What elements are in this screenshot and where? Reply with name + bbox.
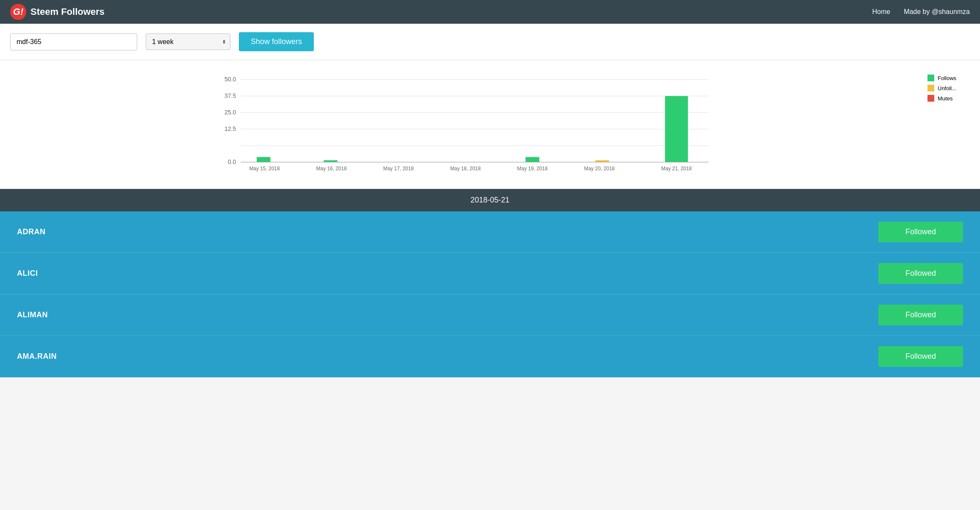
chart-area: 50.0 37.5 25.0 12.5 0.0 May 15, 2018 May… — [0, 60, 980, 189]
legend-follows: Follows — [927, 75, 970, 81]
username-input[interactable] — [10, 33, 137, 50]
logo-area: G! Steem Followers — [10, 4, 872, 20]
chart-container: 50.0 37.5 25.0 12.5 0.0 May 15, 2018 May… — [10, 70, 970, 182]
follower-row: ALICI Followed — [0, 253, 980, 294]
nav-made-by[interactable]: Made by @shaunmza — [904, 8, 970, 16]
svg-text:May 16, 2018: May 16, 2018 — [316, 166, 347, 172]
svg-text:May 20, 2018: May 20, 2018 — [584, 166, 615, 172]
period-select-wrapper: 1 week 2 weeks 1 month 3 months ⬍ — [146, 33, 230, 50]
followed-button-alici[interactable]: Followed — [878, 263, 963, 284]
svg-text:May 19, 2018: May 19, 2018 — [517, 166, 548, 172]
mutes-color-box — [927, 95, 934, 102]
bar-chart: 50.0 37.5 25.0 12.5 0.0 May 15, 2018 May… — [10, 70, 921, 180]
header: G! Steem Followers Home Made by @shaunmz… — [0, 0, 980, 24]
legend-mutes-label: Mutes — [938, 95, 952, 102]
follower-row: ALIMAN Followed — [0, 294, 980, 336]
svg-text:12.5: 12.5 — [224, 125, 236, 132]
svg-text:37.5: 37.5 — [224, 92, 236, 99]
svg-text:50.0: 50.0 — [224, 76, 236, 83]
follower-row: AMA.RAIN Followed — [0, 336, 980, 377]
bar-may15-follows — [257, 157, 271, 162]
legend-mutes: Mutes — [927, 95, 970, 102]
app-title: Steem Followers — [30, 6, 105, 17]
period-select[interactable]: 1 week 2 weeks 1 month 3 months — [146, 33, 230, 50]
followers-list: ADRAN Followed ALICI Followed ALIMAN Fol… — [0, 211, 980, 377]
show-followers-button[interactable]: Show followers — [239, 32, 314, 51]
bar-may16-follows — [324, 160, 338, 162]
svg-text:0.0: 0.0 — [228, 158, 236, 165]
follower-name: ALICI — [17, 269, 38, 278]
followed-button-amarain[interactable]: Followed — [878, 346, 963, 367]
section-date: 2018-05-21 — [471, 196, 509, 204]
followed-button-aliman[interactable]: Followed — [878, 305, 963, 325]
svg-text:May 18, 2018: May 18, 2018 — [450, 166, 481, 172]
svg-text:May 15, 2018: May 15, 2018 — [249, 166, 280, 172]
follower-name: AMA.RAIN — [17, 352, 57, 361]
svg-text:25.0: 25.0 — [224, 109, 236, 116]
follower-name: ADRAN — [17, 227, 46, 236]
legend-unfollows-label: Unfoll... — [938, 85, 956, 91]
bar-may21-follows — [665, 96, 688, 162]
legend-unfollows: Unfoll... — [927, 85, 970, 91]
unfollows-color-box — [927, 85, 934, 91]
bar-may20-unfollows — [595, 160, 609, 162]
legend-follows-label: Follows — [938, 75, 956, 81]
chart-main: 50.0 37.5 25.0 12.5 0.0 May 15, 2018 May… — [10, 70, 921, 182]
svg-text:May 17, 2018: May 17, 2018 — [383, 166, 414, 172]
follower-name: ALIMAN — [17, 310, 48, 319]
bar-may19-follows — [526, 157, 540, 162]
follower-row: ADRAN Followed — [0, 211, 980, 253]
follows-color-box — [927, 75, 934, 81]
controls-bar: 1 week 2 weeks 1 month 3 months ⬍ Show f… — [0, 24, 980, 60]
svg-text:May 21, 2018: May 21, 2018 — [661, 166, 692, 172]
chart-legend: Follows Unfoll... Mutes — [927, 70, 970, 182]
nav-home[interactable]: Home — [872, 8, 890, 16]
logo-icon: G! — [10, 4, 26, 20]
date-section-header: 2018-05-21 — [0, 189, 980, 211]
main-nav: Home Made by @shaunmza — [872, 8, 970, 16]
followed-button-adran[interactable]: Followed — [878, 222, 963, 242]
